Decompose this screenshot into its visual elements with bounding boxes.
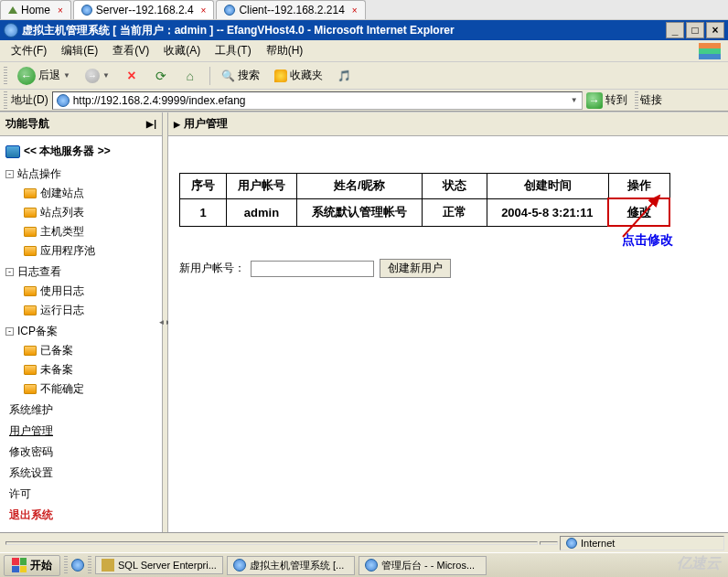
toolbar-handle[interactable] [4, 67, 7, 85]
menu-help[interactable]: 帮助(H) [259, 41, 311, 60]
menu-view[interactable]: 查看(V) [105, 41, 156, 60]
cell-action: 修改 [608, 198, 669, 226]
refresh-icon: ⟳ [154, 69, 168, 83]
menu-edit[interactable]: 编辑(E) [54, 41, 105, 60]
stop-button[interactable]: × [120, 66, 144, 86]
tree-label: 日志查看 [17, 264, 61, 280]
taskbar: 开始 SQL Server Enterpri... 虚拟主机管理系统 [... … [0, 552, 728, 577]
toolbar-handle[interactable] [4, 91, 7, 110]
close-icon[interactable]: × [352, 5, 358, 16]
tree-leaf-run-log[interactable]: 运行日志 [24, 301, 156, 320]
search-button[interactable]: 🔍 搜索 [218, 65, 264, 86]
favorites-button[interactable]: 收藏夹 [270, 65, 327, 86]
home-icon [8, 6, 17, 14]
refresh-button[interactable]: ⟳ [149, 66, 173, 86]
home-icon: ⌂ [183, 69, 198, 83]
chevron-down-icon[interactable]: ▼ [571, 96, 578, 104]
start-label: 开始 [30, 558, 52, 573]
start-button[interactable]: 开始 [4, 555, 60, 576]
tree-node-site[interactable]: - 站点操作 [5, 165, 156, 184]
leaf-label: 运行日志 [40, 303, 84, 318]
tree-leaf-icp-pending[interactable]: 未备案 [24, 360, 156, 379]
monitor-icon [5, 145, 20, 158]
links-label[interactable]: 链接 [640, 92, 662, 108]
create-user-button[interactable]: 创建新用户 [380, 259, 451, 278]
close-icon[interactable]: × [201, 5, 207, 16]
go-icon[interactable]: → [586, 92, 603, 109]
sidebar-toggle-icon[interactable]: ▶| [146, 119, 156, 129]
windows-logo-icon [12, 558, 27, 572]
nav-link-sysmaint[interactable]: 系统维护 [5, 401, 156, 420]
th-seq: 序号 [180, 174, 227, 199]
tree-leaf-host-type[interactable]: 主机类型 [24, 222, 156, 241]
folder-icon [24, 305, 37, 315]
tab-label: Client--192.168.2.214 [239, 4, 344, 16]
tree-leaf-app-pool[interactable]: 应用程序池 [24, 241, 156, 261]
close-icon[interactable]: × [58, 5, 63, 16]
tree-leaf-site-list[interactable]: 站点列表 [24, 203, 156, 222]
task-label: SQL Server Enterpri... [118, 560, 217, 571]
modify-link[interactable]: 修改 [627, 205, 651, 219]
close-button[interactable]: × [706, 22, 724, 38]
sidebar-title: 功能导航 [5, 116, 49, 132]
nav-link-license[interactable]: 许可 [5, 485, 156, 504]
th-action: 操作 [608, 174, 669, 199]
home-button[interactable]: ⌂ [178, 66, 202, 86]
tree-leaf-create-site[interactable]: 创建站点 [24, 184, 156, 203]
folder-icon [24, 346, 37, 356]
collapse-icon[interactable]: - [5, 327, 14, 336]
nav-link-sysset[interactable]: 系统设置 [5, 464, 156, 483]
tree-leaf-usage-log[interactable]: 使用日志 [24, 282, 156, 301]
nav-link-usermgmt[interactable]: 用户管理 [5, 422, 156, 441]
back-button[interactable]: ← 后退 ▼ [13, 64, 75, 88]
tree-node-logs[interactable]: - 日志查看 [5, 262, 156, 282]
task-label: 管理后台 - - Micros... [381, 559, 475, 572]
sidebar-server-header[interactable]: << 本地服务器 >> [5, 144, 156, 159]
task-item-vhost[interactable]: 虚拟主机管理系统 [... [227, 556, 355, 575]
go-label[interactable]: 转到 [605, 92, 627, 108]
sidebar-body: << 本地服务器 >> - 站点操作 创建站点 站点列表 主机类型 应用程序池 [0, 136, 162, 532]
minimize-button[interactable]: _ [666, 22, 684, 38]
folder-icon [24, 227, 37, 237]
new-user-input[interactable] [251, 261, 374, 277]
zone-label: Internet [581, 538, 615, 549]
globe-icon [81, 5, 92, 16]
tree-node-icp[interactable]: - ICP备案 [5, 322, 156, 341]
menu-tools[interactable]: 工具(T) [208, 41, 258, 60]
taskbar-handle[interactable] [64, 556, 68, 574]
taskbar-handle[interactable] [88, 556, 91, 574]
session-tab-client[interactable]: Client--192.168.2.214 × [216, 0, 365, 19]
collapse-icon[interactable]: - [5, 268, 14, 276]
quick-launch-icon[interactable] [71, 559, 84, 572]
ie-logo [695, 40, 724, 62]
arrow-left-icon: ← [17, 67, 36, 85]
tree-leaf-icp-done[interactable]: 已备案 [24, 341, 156, 360]
maximize-button[interactable]: □ [686, 22, 704, 38]
status-zone: Internet [560, 536, 724, 550]
cell-created: 2004-5-8 3:21:11 [487, 198, 608, 226]
sidebar: 功能导航 ▶| << 本地服务器 >> - 站点操作 创建站点 站点列表 主机类… [0, 112, 163, 532]
address-input[interactable] [73, 94, 567, 107]
media-button[interactable]: 🎵 [333, 67, 356, 85]
forward-button[interactable]: → ▼ [80, 66, 114, 86]
watermark: 亿速云 [677, 554, 721, 573]
nav-link-changepw[interactable]: 修改密码 [5, 443, 156, 462]
toolbar-handle[interactable] [635, 91, 638, 110]
task-label: 虚拟主机管理系统 [... [250, 559, 344, 572]
separator [209, 67, 210, 85]
main-body: 序号 用户帐号 姓名/昵称 状态 创建时间 操作 1 admin 系统默认管理帐… [168, 136, 728, 532]
ie-icon [233, 559, 246, 572]
tree-leaf-icp-unknown[interactable]: 不能确定 [24, 379, 156, 399]
collapse-icon[interactable]: - [5, 170, 14, 178]
task-item-sql[interactable]: SQL Server Enterpri... [95, 556, 223, 574]
session-tab-server[interactable]: Server--192.168.2.4 × [73, 0, 215, 19]
session-tab-home[interactable]: Home × [0, 0, 71, 19]
app-icon [102, 559, 114, 572]
menu-favorites[interactable]: 收藏(A) [156, 41, 208, 60]
globe-icon [566, 538, 577, 549]
window-title-bar: 虚拟主机管理系统 [ 当前用户：admin ] -- EfangVHost4.0… [0, 20, 728, 40]
status-segment [540, 541, 558, 545]
nav-link-exit[interactable]: 退出系统 [5, 506, 156, 525]
menu-file[interactable]: 文件(F) [4, 41, 54, 60]
task-item-admin[interactable]: 管理后台 - - Micros... [359, 556, 487, 575]
